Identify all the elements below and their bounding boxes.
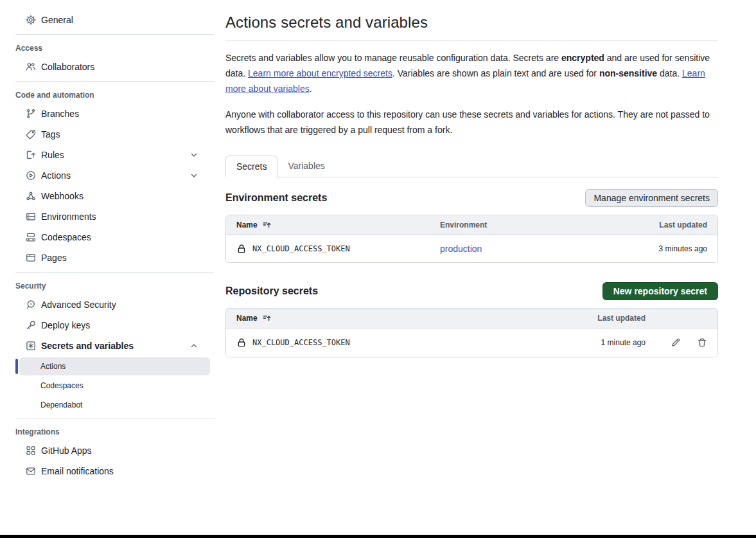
column-header-environment: Environment bbox=[440, 220, 588, 229]
sidebar-subitem-actions[interactable]: Actions bbox=[19, 357, 210, 375]
sidebar-item-label: Pages bbox=[41, 253, 67, 263]
sidebar-section-security: Security bbox=[0, 276, 215, 294]
screen-bottom-bar bbox=[0, 535, 756, 538]
sidebar-item-label: Environments bbox=[41, 211, 96, 222]
environment-link[interactable]: production bbox=[440, 244, 482, 254]
table-row: NX_CLOUD_ACCESS_TOKEN production 3 minut… bbox=[226, 235, 717, 262]
sort-ascending-icon bbox=[263, 220, 272, 229]
secret-name-cell: NX_CLOUD_ACCESS_TOKEN bbox=[236, 244, 440, 254]
sidebar-item-advanced-security[interactable]: Advanced Security bbox=[0, 294, 215, 315]
sidebar-item-label: Branches bbox=[41, 109, 79, 119]
tag-icon bbox=[26, 129, 36, 139]
sidebar-item-label: Email notifications bbox=[41, 466, 114, 476]
sidebar-item-webhooks[interactable]: Webhooks bbox=[0, 186, 215, 206]
sidebar-item-actions[interactable]: Actions bbox=[0, 165, 215, 186]
sidebar-item-secrets-and-variables[interactable]: Secrets and variables bbox=[0, 336, 215, 356]
sidebar-item-label: Webhooks bbox=[41, 191, 84, 201]
sidebar-item-label: Tags bbox=[41, 129, 60, 139]
sidebar-item-collaborators[interactable]: Collaborators bbox=[0, 57, 215, 77]
intro-text: Secrets and variables allow you to manag… bbox=[225, 53, 561, 63]
new-repository-secret-button[interactable]: New repository secret bbox=[602, 282, 718, 300]
chevron-up-icon bbox=[189, 341, 199, 351]
sidebar-divider bbox=[15, 418, 215, 418]
intro-bold-encrypted: encrypted bbox=[561, 53, 604, 63]
sidebar-divider bbox=[15, 272, 215, 273]
title-divider bbox=[225, 40, 718, 40]
settings-sidebar: General Access Collaborators Code and au… bbox=[0, 0, 215, 481]
sidebar-subitem-label: Codespaces bbox=[40, 381, 84, 390]
sidebar-item-label: Actions bbox=[41, 170, 71, 181]
play-circle-icon bbox=[26, 170, 36, 181]
sidebar-section-integrations: Integrations bbox=[0, 422, 215, 440]
environment-secrets-header: Environment secrets Manage environment s… bbox=[225, 189, 718, 207]
repository-secrets-header: Repository secrets New repository secret bbox=[225, 282, 718, 300]
intro-paragraph: Secrets and variables allow you to manag… bbox=[225, 50, 718, 96]
sidebar-item-label: Codespaces bbox=[41, 232, 91, 242]
rules-icon bbox=[26, 150, 36, 160]
sidebar-item-label: General bbox=[41, 15, 73, 25]
last-updated-value: 3 minutes ago bbox=[588, 244, 707, 253]
apps-icon bbox=[26, 445, 36, 456]
sidebar-item-environments[interactable]: Environments bbox=[0, 206, 215, 227]
sidebar-item-label: GitHub Apps bbox=[41, 445, 92, 456]
trash-icon[interactable] bbox=[697, 337, 707, 348]
codescan-icon bbox=[26, 300, 36, 310]
secret-name: NX_CLOUD_ACCESS_TOKEN bbox=[252, 244, 350, 253]
sidebar-item-rules[interactable]: Rules bbox=[0, 145, 215, 165]
secrets-variables-tabs: Secrets Variables bbox=[225, 156, 718, 177]
sidebar-item-github-apps[interactable]: GitHub Apps bbox=[0, 440, 215, 461]
column-header-name: Name bbox=[236, 314, 258, 323]
sidebar-item-codespaces[interactable]: Codespaces bbox=[0, 227, 215, 247]
environment-secrets-heading: Environment secrets bbox=[225, 192, 327, 204]
sidebar-section-code-automation: Code and automation bbox=[0, 85, 215, 103]
lock-icon bbox=[236, 337, 247, 348]
tab-secrets[interactable]: Secrets bbox=[225, 156, 277, 177]
tab-variables[interactable]: Variables bbox=[277, 156, 335, 177]
sort-ascending-icon bbox=[263, 314, 272, 323]
sidebar-item-label: Advanced Security bbox=[41, 300, 116, 310]
intro-text: data. bbox=[657, 68, 682, 78]
edit-pencil-icon[interactable] bbox=[671, 337, 681, 348]
sidebar-subitem-dependabot[interactable]: Dependabot bbox=[19, 396, 210, 414]
sidebar-divider bbox=[15, 34, 215, 35]
collaborator-access-paragraph: Anyone with collaborator access to this … bbox=[225, 107, 718, 138]
environment-secrets-table: Name Environment Last updated NX_CLOUD_A… bbox=[225, 215, 718, 263]
repository-secrets-heading: Repository secrets bbox=[225, 285, 318, 297]
sidebar-item-deploy-keys[interactable]: Deploy keys bbox=[0, 315, 215, 336]
codespaces-icon bbox=[26, 232, 36, 242]
learn-more-encrypted-secrets-link[interactable]: Learn more about encrypted secrets bbox=[248, 68, 392, 78]
mail-icon bbox=[26, 466, 36, 476]
column-header-last-updated: Last updated bbox=[588, 220, 707, 229]
sidebar-item-branches[interactable]: Branches bbox=[0, 103, 215, 124]
webhook-icon bbox=[26, 191, 36, 201]
intro-bold-non-sensitive: non-sensitive bbox=[599, 68, 657, 78]
column-name-sort[interactable]: Name bbox=[236, 220, 440, 229]
chevron-down-icon bbox=[189, 170, 199, 181]
sidebar-item-tags[interactable]: Tags bbox=[0, 124, 215, 145]
sidebar-item-label: Rules bbox=[41, 150, 64, 160]
column-name-sort[interactable]: Name bbox=[236, 314, 568, 323]
key-asterisk-icon bbox=[26, 341, 36, 351]
sidebar-item-label: Secrets and variables bbox=[41, 341, 134, 351]
intro-text: . bbox=[310, 84, 312, 94]
secret-name-cell: NX_CLOUD_ACCESS_TOKEN bbox=[236, 337, 568, 348]
sidebar-item-label: Collaborators bbox=[41, 62, 94, 72]
sidebar-item-email-notifications[interactable]: Email notifications bbox=[0, 461, 215, 481]
secret-name: NX_CLOUD_ACCESS_TOKEN bbox=[252, 338, 350, 347]
table-row: NX_CLOUD_ACCESS_TOKEN 1 minute ago bbox=[226, 328, 717, 357]
sidebar-item-general[interactable]: General bbox=[0, 10, 215, 30]
settings-page: General Access Collaborators Code and au… bbox=[0, 0, 756, 538]
git-branch-icon bbox=[26, 109, 36, 119]
sidebar-subitem-codespaces[interactable]: Codespaces bbox=[19, 377, 210, 395]
main-content: Actions secrets and variables Secrets an… bbox=[225, 0, 718, 357]
environment-secrets-table-header: Name Environment Last updated bbox=[226, 215, 717, 235]
sidebar-subitem-label: Actions bbox=[40, 362, 66, 371]
gear-icon bbox=[26, 15, 36, 25]
sidebar-subitem-label: Dependabot bbox=[40, 400, 82, 409]
repository-secrets-table: Name Last updated NX_CLOUD_ACCESS_TOKEN … bbox=[225, 308, 718, 357]
chevron-down-icon bbox=[189, 150, 199, 160]
sidebar-item-label: Deploy keys bbox=[41, 320, 90, 330]
sidebar-item-pages[interactable]: Pages bbox=[0, 247, 215, 268]
sidebar-section-access: Access bbox=[0, 39, 215, 57]
manage-environment-secrets-button[interactable]: Manage environment secrets bbox=[585, 189, 718, 207]
